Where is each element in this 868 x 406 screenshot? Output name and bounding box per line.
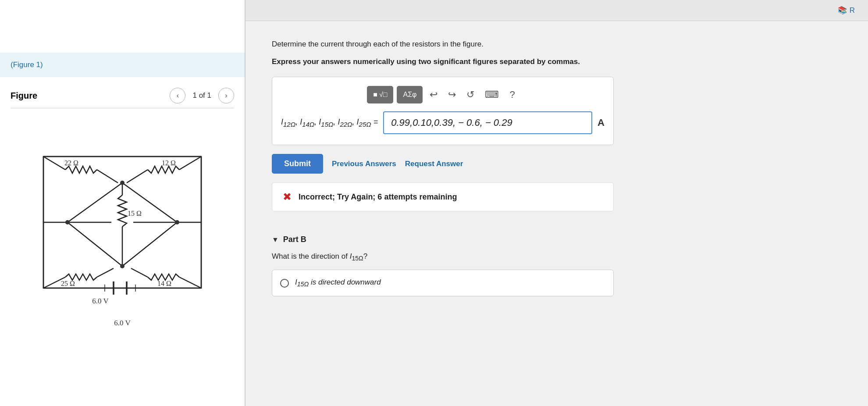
feedback-box: ✖ Incorrect; Try Again; 6 attempts remai… — [272, 182, 614, 211]
svg-line-12 — [97, 268, 114, 277]
redo-button[interactable]: ↪ — [445, 86, 459, 103]
svg-point-27 — [120, 264, 125, 268]
prev-figure-button[interactable]: ‹ — [170, 88, 185, 103]
svg-line-14 — [179, 277, 201, 288]
svg-text:22 Ω: 22 Ω — [64, 159, 78, 167]
circuit-diagram: 22 Ω 12 Ω 15 Ω — [17, 121, 228, 314]
help-button[interactable]: ? — [506, 86, 518, 103]
part-b-section: ▼ Part B What is the direction of I15Ω? … — [272, 224, 614, 296]
svg-line-20 — [68, 183, 122, 222]
refresh-button[interactable]: ↺ — [463, 86, 478, 103]
svg-line-15 — [131, 268, 148, 277]
undo-icon: ↩ — [430, 89, 438, 100]
circuit-container: 22 Ω 12 Ω 15 Ω — [0, 108, 245, 328]
resistor-25: 25 Ω — [43, 268, 114, 288]
question-line1: Determine the current through each of th… — [272, 39, 614, 50]
svg-text:6.0 V: 6.0 V — [92, 297, 109, 305]
svg-text:12 Ω: 12 Ω — [162, 159, 176, 167]
svg-text:15 Ω: 15 Ω — [128, 210, 142, 217]
svg-line-22 — [68, 222, 122, 266]
radio-label: I15Ω is directed downward — [295, 278, 381, 288]
request-answer-link[interactable]: Request Answer — [405, 160, 463, 168]
question-line2: Express your answers numerically using t… — [272, 56, 614, 68]
part-b-question: What is the direction of I15Ω? — [272, 252, 614, 262]
formula-sqrt-icon: √□ — [379, 91, 387, 99]
figure-label-box: (Figure 1) — [0, 53, 245, 77]
refresh-icon: ↺ — [466, 89, 474, 100]
answer-input[interactable] — [383, 111, 592, 134]
symbol-button[interactable]: AΣφ — [397, 86, 423, 103]
symbol-label: AΣφ — [403, 91, 416, 99]
input-row: I12Ω, I14Ω, I15Ω, I22Ω, I25Ω = A — [281, 111, 605, 134]
part-b-header[interactable]: ▼ Part B — [272, 229, 614, 252]
page-indicator: 1 of 1 — [192, 91, 211, 100]
formula-icon: ■ — [373, 91, 377, 99]
svg-point-25 — [175, 220, 179, 224]
feedback-text: Incorrect; Try Again; 6 attempts remaini… — [299, 192, 457, 202]
svg-point-26 — [120, 181, 125, 185]
resistor-22: 22 Ω — [43, 157, 118, 183]
top-bar: 📚 R — [245, 0, 868, 21]
chevron-down-icon: ▼ — [272, 236, 279, 244]
svg-line-23 — [122, 222, 177, 266]
part-b-title: Part B — [283, 235, 306, 244]
keyboard-icon: ⌨ — [485, 89, 499, 100]
toolbar: ■ √□ AΣφ ↩ ↪ ↺ ⌨ ? — [281, 86, 605, 103]
right-panel: 📚 R Determine the current through each o… — [245, 0, 868, 406]
resistor-14: 14 Ω — [131, 268, 201, 288]
formula-button[interactable]: ■ √□ — [367, 86, 393, 103]
svg-text:25 Ω: 25 Ω — [61, 280, 75, 287]
radio-button[interactable] — [280, 279, 289, 288]
svg-text:14 Ω: 14 Ω — [157, 280, 171, 287]
equation-label: I12Ω, I14Ω, I15Ω, I22Ω, I25Ω = — [281, 118, 378, 128]
figure-nav: Figure ‹ 1 of 1 › — [0, 77, 245, 108]
figure-link[interactable]: (Figure 1) — [11, 61, 43, 69]
redo-icon: ↪ — [448, 89, 456, 100]
part-b-answer-box: I15Ω is directed downward — [272, 270, 614, 296]
keyboard-button[interactable]: ⌨ — [481, 86, 502, 103]
svg-line-2 — [97, 170, 118, 183]
answer-box: ■ √□ AΣφ ↩ ↪ ↺ ⌨ ? — [272, 77, 614, 145]
unit-label: A — [598, 117, 605, 128]
voltage-label: 6.0 V — [0, 319, 245, 328]
resource-link[interactable]: 📚 R — [838, 6, 855, 15]
error-icon: ✖ — [283, 191, 292, 203]
svg-line-1 — [43, 157, 65, 170]
content-area: Determine the current through each of th… — [245, 21, 640, 314]
left-panel: (Figure 1) Figure ‹ 1 of 1 › — [0, 0, 245, 406]
svg-line-5 — [127, 170, 148, 183]
submit-button[interactable]: Submit — [272, 154, 323, 174]
svg-line-4 — [179, 157, 201, 170]
svg-point-24 — [65, 220, 70, 224]
book-icon: 📚 — [838, 6, 847, 15]
figure-title: Figure — [11, 91, 163, 101]
resistor-12: 12 Ω — [127, 157, 201, 183]
help-icon: ? — [509, 89, 515, 100]
action-row: Submit Previous Answers Request Answer — [272, 154, 614, 174]
next-figure-button[interactable]: › — [218, 88, 234, 103]
previous-answers-link[interactable]: Previous Answers — [332, 160, 396, 168]
undo-button[interactable]: ↩ — [426, 86, 441, 103]
